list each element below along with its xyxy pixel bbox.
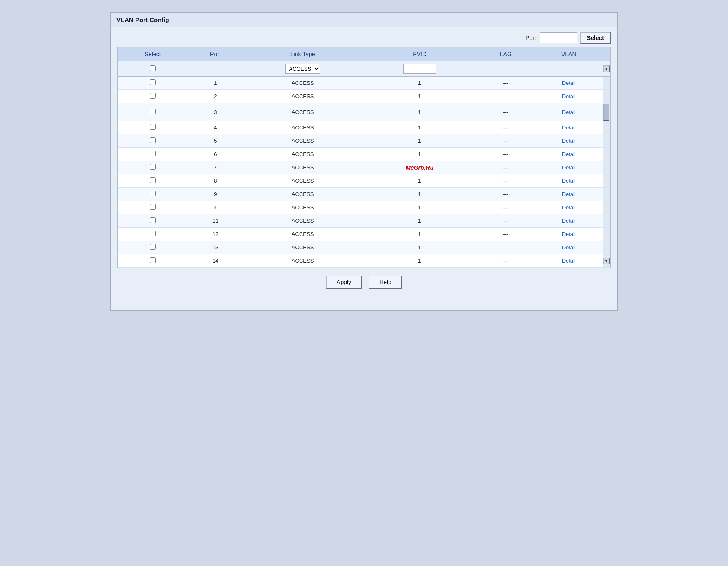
- scroll-cell: [603, 161, 610, 174]
- scroll-cell: [603, 201, 610, 214]
- detail-link[interactable]: Detail: [562, 138, 576, 144]
- apply-button[interactable]: Apply: [326, 276, 362, 289]
- row-select-cell: [118, 241, 188, 254]
- scrollbar-header: [603, 47, 610, 61]
- row-lag: ---: [477, 254, 535, 268]
- row-checkbox[interactable]: [150, 164, 156, 170]
- detail-link[interactable]: Detail: [562, 164, 576, 171]
- row-checkbox[interactable]: [150, 109, 156, 114]
- detail-link[interactable]: Detail: [562, 93, 576, 99]
- row-lag: ---: [477, 188, 535, 201]
- detail-link[interactable]: Detail: [562, 151, 576, 157]
- table-row: 9ACCESS1---Detail: [118, 188, 610, 201]
- row-pvid: McGrp.Ru: [362, 161, 477, 174]
- row-checkbox[interactable]: [150, 231, 156, 236]
- scroll-thumb[interactable]: [603, 104, 609, 121]
- filter-linktype-select[interactable]: ACCESS TRUNK HYBRID: [285, 64, 320, 74]
- detail-link[interactable]: Detail: [562, 124, 576, 131]
- row-link-type: ACCESS: [243, 134, 362, 148]
- row-checkbox[interactable]: [150, 244, 156, 250]
- row-select-cell: [118, 134, 188, 148]
- row-select-cell: [118, 161, 188, 174]
- row-checkbox[interactable]: [150, 204, 156, 210]
- row-checkbox[interactable]: [150, 217, 156, 223]
- row-link-type: ACCESS: [243, 121, 362, 134]
- port-filter-row: Port Select: [117, 32, 611, 44]
- filter-pvid-input[interactable]: [403, 64, 436, 74]
- row-link-type: ACCESS: [243, 174, 362, 188]
- table-row: 1ACCESS1---Detail: [118, 77, 610, 90]
- row-select-cell: [118, 174, 188, 188]
- row-lag: ---: [477, 241, 535, 254]
- table-row: 10ACCESS1---Detail: [118, 201, 610, 214]
- row-vlan: Detail: [535, 148, 603, 161]
- detail-link[interactable]: Detail: [562, 244, 576, 251]
- scroll-cell: ▼: [603, 254, 610, 268]
- filter-select-all-checkbox[interactable]: [150, 65, 156, 71]
- table-row: 5ACCESS1---Detail: [118, 134, 610, 148]
- row-checkbox[interactable]: [150, 79, 156, 85]
- row-pvid: 1: [362, 241, 477, 254]
- row-lag: ---: [477, 161, 535, 174]
- bottom-buttons: Apply Help: [117, 276, 611, 289]
- detail-link[interactable]: Detail: [562, 218, 576, 224]
- col-header-linktype: Link Type: [243, 47, 362, 61]
- row-checkbox[interactable]: [150, 93, 156, 99]
- row-lag: ---: [477, 214, 535, 228]
- row-vlan: Detail: [535, 121, 603, 134]
- scroll-cell: [603, 241, 610, 254]
- help-button[interactable]: Help: [369, 276, 402, 289]
- detail-link[interactable]: Detail: [562, 109, 576, 115]
- scroll-down-button[interactable]: ▼: [603, 258, 610, 264]
- port-filter-input[interactable]: [540, 32, 577, 43]
- scroll-cell: [603, 103, 610, 121]
- scroll-up-button[interactable]: ▲: [603, 65, 610, 72]
- scroll-cell: [603, 214, 610, 228]
- table-row: 3ACCESS1---Detail: [118, 103, 610, 121]
- row-checkbox[interactable]: [150, 177, 156, 183]
- row-checkbox[interactable]: [150, 151, 156, 156]
- vlan-port-table-wrapper: Select Port Link Type PVID LAG VLAN: [117, 47, 611, 268]
- bottom-divider: [111, 310, 617, 310]
- row-vlan: Detail: [535, 228, 603, 241]
- row-link-type: ACCESS: [243, 254, 362, 268]
- row-vlan: Detail: [535, 241, 603, 254]
- row-select-cell: [118, 201, 188, 214]
- table-row: 7ACCESSMcGrp.Ru---Detail: [118, 161, 610, 174]
- detail-link[interactable]: Detail: [562, 80, 576, 86]
- row-select-cell: [118, 77, 188, 90]
- row-port: 13: [188, 241, 243, 254]
- col-header-vlan: VLAN: [535, 47, 603, 61]
- detail-link[interactable]: Detail: [562, 231, 576, 237]
- row-port: 11: [188, 214, 243, 228]
- row-checkbox[interactable]: [150, 257, 156, 263]
- row-link-type: ACCESS: [243, 103, 362, 121]
- scroll-cell: [603, 134, 610, 148]
- row-checkbox[interactable]: [150, 191, 156, 196]
- row-checkbox[interactable]: [150, 137, 156, 143]
- row-port: 7: [188, 161, 243, 174]
- table-row: 8ACCESS1---Detail: [118, 174, 610, 188]
- row-vlan: Detail: [535, 174, 603, 188]
- detail-link[interactable]: Detail: [562, 204, 576, 211]
- row-pvid: 1: [362, 134, 477, 148]
- table-row: 2ACCESS1---Detail: [118, 90, 610, 103]
- row-pvid: 1: [362, 148, 477, 161]
- scroll-cell: [603, 188, 610, 201]
- filter-vlan-cell: [535, 61, 603, 77]
- port-select-button[interactable]: Select: [580, 32, 611, 44]
- row-port: 9: [188, 188, 243, 201]
- detail-link[interactable]: Detail: [562, 258, 576, 264]
- row-vlan: Detail: [535, 90, 603, 103]
- row-port: 14: [188, 254, 243, 268]
- row-checkbox[interactable]: [150, 124, 156, 130]
- row-port: 8: [188, 174, 243, 188]
- table-row: 14ACCESS1---Detail▼: [118, 254, 610, 268]
- col-header-pvid: PVID: [362, 47, 477, 61]
- detail-link[interactable]: Detail: [562, 178, 576, 184]
- detail-link[interactable]: Detail: [562, 191, 576, 197]
- filter-select-cell: [118, 61, 188, 77]
- row-pvid: 1: [362, 254, 477, 268]
- row-link-type: ACCESS: [243, 90, 362, 103]
- row-link-type: ACCESS: [243, 148, 362, 161]
